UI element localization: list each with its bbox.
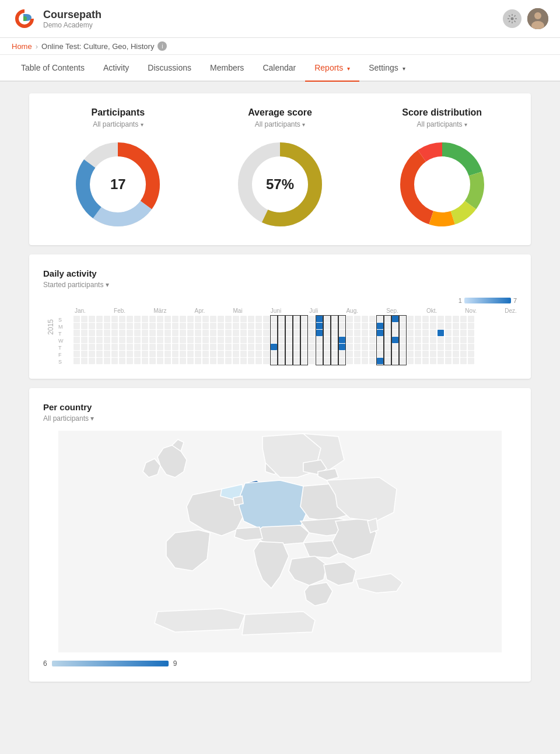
per-country-subtitle[interactable]: All participants ▾ xyxy=(43,414,517,423)
nav-reports[interactable]: Reports ▾ xyxy=(305,55,359,82)
stats-row: Participants All participants ▾ xyxy=(43,107,517,231)
header: Coursepath Demo Academy xyxy=(0,0,560,38)
nav-activity[interactable]: Activity xyxy=(94,55,138,82)
nav-settings[interactable]: Settings ▾ xyxy=(359,55,414,82)
per-country-title: Per country xyxy=(43,402,517,412)
map-container xyxy=(43,431,517,652)
cal-year-label: 2015 xyxy=(43,319,58,335)
daily-activity-title: Daily activity xyxy=(43,268,517,278)
breadcrumb-separator: › xyxy=(36,42,38,51)
avg-score-subtitle[interactable]: All participants ▾ xyxy=(205,120,355,128)
logo-text: Coursepath Demo Academy xyxy=(43,9,102,29)
app-sub: Demo Academy xyxy=(43,21,102,29)
avatar[interactable] xyxy=(527,8,548,29)
avg-score-value: 57% xyxy=(266,176,294,193)
avg-score-title: Average score xyxy=(205,107,355,118)
score-dist-subtitle[interactable]: All participants ▾ xyxy=(367,120,517,128)
cal-main: 2015 Jan. Feb. März Apr. Mai Juni Juli A… xyxy=(43,308,517,365)
europe-map xyxy=(43,431,517,652)
svg-point-1 xyxy=(511,18,514,20)
nav-members[interactable]: Members xyxy=(201,55,253,82)
score-dist-chart xyxy=(367,138,517,231)
settings-icon[interactable] xyxy=(503,9,522,28)
participants-donut: 17 xyxy=(71,138,164,231)
map-legend-bar xyxy=(52,661,169,666)
avg-score-block: Average score All participants ▾ 57% xyxy=(205,107,355,231)
score-dist-donut xyxy=(396,138,489,231)
score-dist-block: Score distribution All participants ▾ xyxy=(367,107,517,231)
avg-score-donut: 57% xyxy=(233,138,327,231)
settings-dropdown-arrow: ▾ xyxy=(402,65,405,72)
map-legend: 6 9 xyxy=(43,659,517,668)
app-name: Coursepath xyxy=(43,9,102,21)
nav-discussions[interactable]: Discussions xyxy=(138,55,201,82)
svg-point-19 xyxy=(419,161,466,208)
participants-chart: 17 xyxy=(43,138,193,231)
daily-activity-card: Daily activity Started participants ▾ 1 … xyxy=(29,254,531,379)
svg-point-3 xyxy=(534,12,541,19)
avg-score-chart: 57% xyxy=(205,138,355,231)
reports-dropdown-arrow: ▾ xyxy=(347,65,350,72)
cal-legend-max: 7 xyxy=(513,297,517,304)
logo-icon xyxy=(12,6,37,32)
breadcrumb: Home › Online Test: Culture, Geo, Histor… xyxy=(0,38,560,55)
cal-months: Jan. Feb. März Apr. Mai Juni Juli Aug. S… xyxy=(58,308,517,314)
info-icon[interactable]: i xyxy=(158,41,167,51)
cal-day-labels: S M T W T F S xyxy=(58,316,74,365)
daily-activity-subtitle[interactable]: Started participants ▾ xyxy=(43,281,517,289)
nav-table-of-contents[interactable]: Table of Contents xyxy=(12,55,94,82)
cal-grid xyxy=(74,316,517,365)
main-nav: Table of Contents Activity Discussions M… xyxy=(0,55,560,82)
stats-card: Participants All participants ▾ xyxy=(29,93,531,245)
participants-block: Participants All participants ▾ xyxy=(43,107,193,231)
map-legend-min: 6 xyxy=(43,659,47,668)
logo-area: Coursepath Demo Academy xyxy=(12,6,102,32)
breadcrumb-home[interactable]: Home xyxy=(12,42,32,51)
score-dist-title: Score distribution xyxy=(367,107,517,118)
main-content: Participants All participants ▾ xyxy=(18,82,542,703)
participants-value: 17 xyxy=(110,176,126,193)
nav-calendar[interactable]: Calendar xyxy=(253,55,305,82)
calendar-chart: 1 7 2015 Jan. Feb. März Apr. Mai Juni xyxy=(43,297,517,365)
participants-title: Participants xyxy=(43,107,193,118)
cal-legend-min: 1 xyxy=(459,297,462,304)
per-country-card: Per country All participants ▾ xyxy=(29,388,531,682)
participants-subtitle[interactable]: All participants ▾ xyxy=(43,120,193,128)
cal-content: Jan. Feb. März Apr. Mai Juni Juli Aug. S… xyxy=(58,308,517,365)
cal-body: S M T W T F S xyxy=(58,316,517,365)
breadcrumb-course: Online Test: Culture, Geo, History xyxy=(41,42,154,51)
map-legend-max: 9 xyxy=(173,659,177,668)
cal-gradient xyxy=(464,298,511,303)
header-icons xyxy=(503,8,548,29)
cal-legend: 1 7 xyxy=(43,297,517,304)
